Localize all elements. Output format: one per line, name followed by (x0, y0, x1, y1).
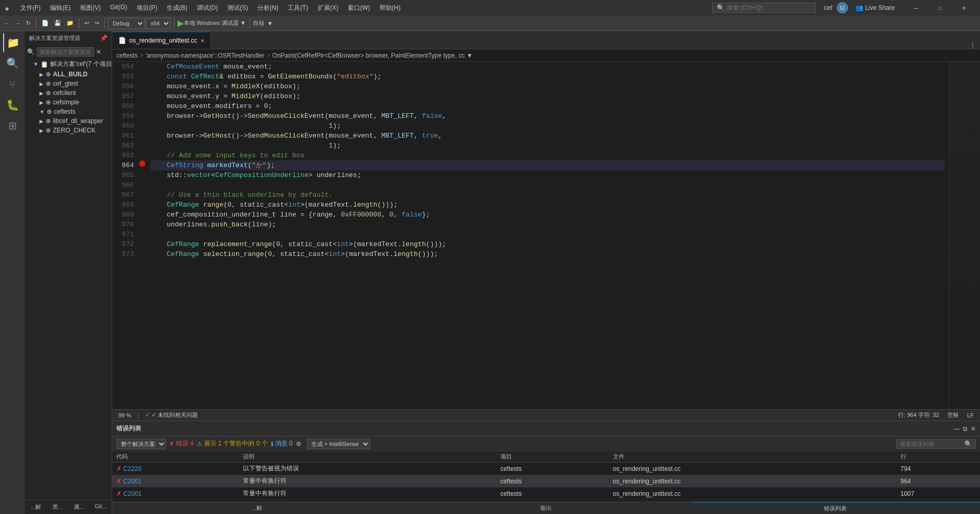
col-desc[interactable]: 说明 (239, 451, 496, 463)
toolbar-nav-forward[interactable]: → (13, 19, 23, 28)
toolbar-more[interactable]: ▼ (265, 19, 275, 28)
minimap[interactable] (949, 62, 980, 409)
menu-help[interactable]: 帮助(H) (375, 3, 405, 13)
encoding-info[interactable]: LF (965, 412, 976, 418)
menu-project[interactable]: 项目(P) (132, 3, 161, 13)
line-num-969: 969 (112, 210, 134, 220)
menu-debug[interactable]: 调试(D) (193, 3, 222, 13)
tab-bar-overflow-icon[interactable]: ⋮ (970, 42, 976, 49)
live-share-button[interactable]: 👥 Live Share (852, 3, 898, 12)
code-editor[interactable]: 954 955 956 957 958 959 960 961 962 963 … (112, 62, 980, 409)
error-code-2[interactable]: C2001 (123, 478, 141, 485)
error-search-box[interactable]: 🔍 (896, 439, 976, 449)
breadcrumb-namespace[interactable]: 'anonymous-namespace'::OSRTestHandler (145, 52, 264, 59)
activity-extensions[interactable]: ⊞ (3, 116, 22, 135)
no-problems-indicator[interactable]: ✓ ✓ 未找到相关问题 (143, 411, 200, 419)
toolbar-open[interactable]: 📁 (64, 19, 76, 28)
code-line-962: 1); (151, 141, 945, 151)
sidebar-tab-solution[interactable]: ...解 (25, 501, 47, 513)
menu-test[interactable]: 测试(S) (223, 3, 252, 13)
menu-edit[interactable]: 编辑(E) (46, 3, 75, 13)
toolbar-save[interactable]: 💾 (52, 19, 63, 28)
error-code-1[interactable]: C2220 (123, 465, 141, 472)
toolbar-refresh[interactable]: ↻ (24, 19, 33, 28)
config-select[interactable]: Debug Release (108, 18, 145, 29)
build-filter-select[interactable]: 生成 + IntelliSense (307, 439, 370, 449)
col-file[interactable]: 文件 (609, 451, 896, 463)
line-col-info[interactable]: 行: 964 字符: 32 (896, 411, 941, 419)
sidebar-item-cef-gtest[interactable]: ▶ ⊕ cef_gtest (25, 79, 112, 88)
panel-minimize-icon[interactable]: — (954, 425, 960, 432)
error-code-3[interactable]: C2001 (123, 490, 141, 497)
error-row-3[interactable]: ✗ C2001 常量中有换行符 ceftests os_rendering_un… (112, 488, 980, 500)
space-info[interactable]: 空格 (945, 411, 961, 419)
menu-analyze[interactable]: 分析(N) (253, 3, 283, 13)
breadcrumb-file[interactable]: ceftests (116, 52, 138, 59)
panel-tab-output[interactable]: 输出 (401, 502, 690, 514)
panel-float-icon[interactable]: ⧉ (963, 425, 968, 432)
menu-view[interactable]: 视图(V) (76, 3, 105, 13)
no-problems-label: ✓ 未找到相关问题 (152, 411, 198, 419)
code-content[interactable]: CefMouseEvent mouse_event; const CefRect… (146, 62, 949, 409)
ceftests-label: ceftests (54, 108, 75, 115)
project-icon: ⊕ (46, 80, 51, 87)
editor-tab-main[interactable]: 📄 os_rendering_unittest.cc ✕ (112, 32, 211, 49)
run-button[interactable]: ▶ 本地 Windows 调试器 ▼ (178, 18, 246, 28)
filter-icon[interactable]: ⚙ (296, 440, 302, 448)
activity-search[interactable]: 🔍 (3, 54, 22, 73)
scope-filter-select[interactable]: 整个解决方案 (116, 439, 166, 449)
toolbar-nav-back[interactable]: ← (2, 19, 12, 28)
breadcrumb-function[interactable]: OnPaint(CefRefPtr<CefBrowser> browser, P… (273, 52, 473, 59)
title-search-input[interactable] (727, 4, 805, 11)
panel-tab-solution[interactable]: ...解 (112, 502, 401, 514)
zoom-level[interactable]: 99 % (116, 412, 133, 418)
menu-window[interactable]: 窗口(W) (344, 3, 374, 13)
maximize-button[interactable]: □ (928, 0, 952, 16)
sidebar-search-input[interactable] (37, 47, 94, 57)
sidebar-tab-properties[interactable]: 属... (69, 501, 90, 513)
sidebar-tab-class[interactable]: 类... (47, 501, 69, 513)
sidebar-pin-icon[interactable]: 📌 (100, 35, 107, 42)
menu-git[interactable]: Git(G) (106, 3, 131, 13)
line-num-958: 958 (112, 101, 134, 111)
error-line-2: 964 (896, 475, 980, 488)
menu-build[interactable]: 生成(B) (162, 3, 192, 13)
panel-close-icon[interactable]: ✕ (971, 425, 976, 432)
activity-git[interactable]: ⑂ (3, 75, 22, 93)
sidebar-search-icon[interactable]: 🔍 (27, 48, 35, 56)
col-project[interactable]: 项目 (496, 451, 609, 463)
user-avatar[interactable]: U (837, 2, 848, 13)
menu-file[interactable]: 文件(F) (16, 3, 45, 13)
panel-tab-error-list[interactable]: 错误列表 (691, 502, 980, 515)
minimize-button[interactable]: — (904, 0, 928, 16)
col-code[interactable]: 代码 (112, 451, 239, 463)
sidebar-item-allbuild[interactable]: ▶ ⊕ ALL_BUILD (25, 70, 112, 79)
toolbar-new-file[interactable]: 📄 (39, 19, 51, 28)
sidebar-item-solution[interactable]: ▼ 📋 解决方案'cef'(7 个项目) (25, 59, 112, 70)
toolbar-undo[interactable]: ↩ (83, 19, 91, 28)
sidebar-item-zero-check[interactable]: ▶ ⊕ ZERO_CHECK (25, 126, 112, 135)
error-file-3: os_rendering_unittest.cc (609, 488, 896, 500)
close-button[interactable]: ✕ (952, 0, 976, 16)
sidebar-item-cefsimple[interactable]: ▶ ⊕ cefsimple (25, 98, 112, 107)
error-row-2[interactable]: ✗ C2001 常量中有换行符 ceftests os_rendering_un… (112, 475, 980, 488)
sidebar-tab-git[interactable]: Git... (90, 501, 112, 513)
title-right: cef U 👥 Live Share — □ ✕ (824, 0, 976, 16)
sidebar-close-icon[interactable]: ✕ (96, 48, 101, 56)
activity-explorer[interactable]: 📁 (3, 33, 22, 52)
cefclient-label: cefclient (53, 89, 76, 97)
sidebar-item-ceftests[interactable]: ▼ ⊕ ceftests (25, 107, 112, 116)
activity-debug[interactable]: 🐛 (3, 96, 22, 114)
sidebar-item-cefclient[interactable]: ▶ ⊕ cefclient (25, 88, 112, 98)
col-line[interactable]: 行 (896, 451, 980, 463)
menu-extensions[interactable]: 扩展(X) (314, 3, 343, 13)
allbuild-label: ALL_BUILD (53, 71, 88, 78)
error-row-1[interactable]: ✗ C2220 以下警告被视为错误 ceftests os_rendering_… (112, 463, 980, 475)
tab-close-button[interactable]: ✕ (200, 38, 205, 44)
title-search-box[interactable]: 🔍 (712, 3, 816, 13)
toolbar-redo[interactable]: ↪ (92, 19, 101, 28)
error-search-input[interactable] (900, 441, 962, 447)
platform-select[interactable]: x64 x86 (146, 18, 171, 29)
menu-tools[interactable]: 工具(T) (283, 3, 312, 13)
sidebar-item-libcef[interactable]: ▶ ⊕ libcef_dll_wrapper (25, 116, 112, 126)
